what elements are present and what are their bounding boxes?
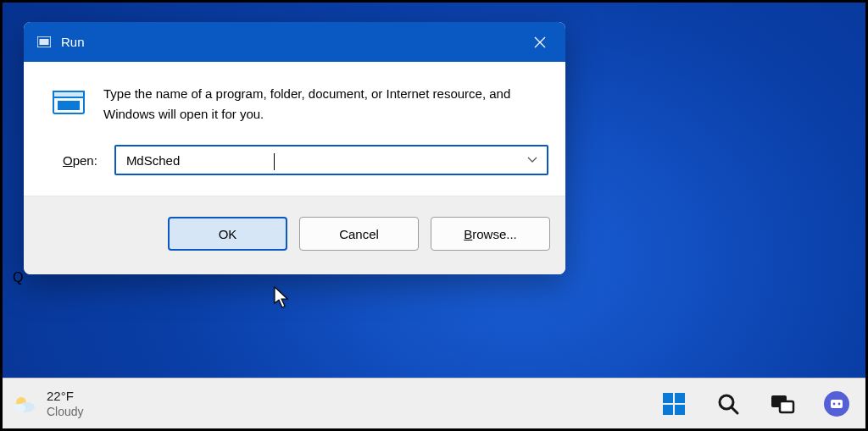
svg-rect-17	[831, 400, 843, 408]
close-icon	[533, 36, 547, 49]
weather-widget[interactable]: 22°F Cloudy	[11, 389, 84, 419]
svg-rect-11	[675, 405, 685, 415]
dialog-body: Type the name of a program, folder, docu…	[24, 62, 565, 133]
svg-rect-3	[53, 91, 84, 97]
open-input[interactable]	[126, 153, 516, 168]
svg-point-7	[14, 404, 25, 412]
svg-rect-15	[780, 401, 793, 412]
svg-rect-9	[675, 393, 685, 403]
ok-button[interactable]: OK	[168, 217, 287, 251]
svg-point-18	[833, 402, 836, 405]
svg-rect-10	[663, 405, 673, 415]
open-combobox[interactable]	[114, 145, 548, 175]
svg-rect-8	[663, 393, 673, 403]
button-row: OK Cancel Browse...	[24, 196, 565, 274]
task-view-button[interactable]	[767, 389, 798, 419]
stray-character: Q	[13, 270, 23, 285]
browse-label: Browse...	[464, 227, 517, 241]
text-caret	[274, 153, 275, 170]
open-row: Open:	[24, 133, 565, 196]
cancel-label: Cancel	[339, 227, 379, 241]
taskbar: 22°F Cloudy	[3, 378, 865, 428]
chevron-down-icon[interactable]	[526, 156, 538, 164]
search-button[interactable]	[713, 389, 743, 419]
close-button[interactable]	[515, 22, 565, 62]
mouse-cursor-icon	[274, 286, 291, 310]
svg-rect-1	[40, 39, 49, 45]
search-icon	[716, 392, 740, 416]
chat-button[interactable]	[821, 389, 852, 419]
run-dialog: Run Type the name of a program, folder, …	[24, 22, 565, 274]
titlebar[interactable]: Run	[24, 22, 565, 62]
task-view-icon	[770, 392, 795, 416]
svg-rect-4	[58, 101, 80, 110]
open-label: Open:	[63, 153, 97, 168]
run-icon	[37, 36, 51, 47]
ok-label: OK	[219, 227, 237, 241]
weather-condition: Cloudy	[47, 404, 84, 419]
run-large-icon	[51, 84, 88, 124]
windows-logo-icon	[661, 391, 687, 417]
dialog-description: Type the name of a program, folder, docu…	[103, 84, 543, 124]
svg-line-13	[732, 407, 737, 413]
weather-text: 22°F Cloudy	[47, 389, 84, 419]
window-title: Run	[61, 35, 85, 49]
start-button[interactable]	[659, 389, 689, 419]
weather-temperature: 22°F	[47, 389, 84, 404]
svg-point-19	[838, 402, 841, 405]
browse-button[interactable]: Browse...	[431, 217, 550, 251]
taskbar-icons	[659, 389, 852, 419]
chat-icon	[823, 390, 850, 417]
cancel-button[interactable]: Cancel	[299, 217, 419, 251]
weather-icon	[11, 391, 36, 417]
